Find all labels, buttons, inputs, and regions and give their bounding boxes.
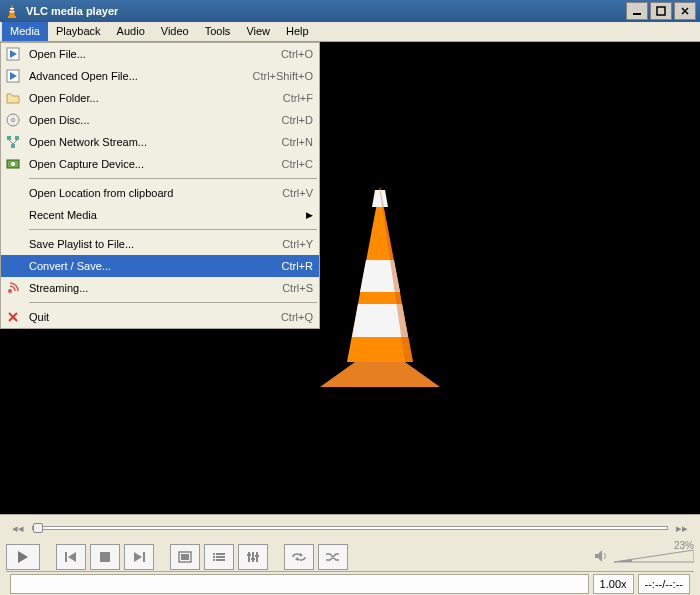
- menu-item-streaming[interactable]: Streaming...Ctrl+S: [1, 277, 319, 299]
- menu-item-label: Save Playlist to File...: [29, 238, 243, 250]
- menu-audio[interactable]: Audio: [109, 22, 153, 41]
- menu-item-label: Advanced Open File...: [29, 70, 243, 82]
- menu-item-label: Recent Media: [29, 209, 232, 221]
- menu-tools[interactable]: Tools: [197, 22, 239, 41]
- volume-slider[interactable]: 23%: [614, 550, 694, 564]
- svg-rect-39: [216, 553, 225, 555]
- capture-icon: [5, 156, 21, 172]
- svg-rect-49: [255, 555, 259, 557]
- svg-rect-41: [216, 556, 225, 558]
- blank-icon: [5, 258, 21, 274]
- menu-help[interactable]: Help: [278, 22, 317, 41]
- video-area: Open File...Ctrl+OAdvanced Open File...C…: [0, 42, 700, 514]
- svg-marker-50: [300, 553, 303, 557]
- svg-rect-45: [252, 552, 254, 562]
- svg-point-27: [8, 289, 12, 293]
- svg-rect-20: [7, 136, 11, 140]
- seek-thumb[interactable]: [33, 523, 43, 533]
- menu-item-save-playlist-to-file[interactable]: Save Playlist to File...Ctrl+Y: [1, 233, 319, 255]
- volume-percent-label: 23%: [674, 540, 694, 551]
- menu-separator: [29, 178, 317, 179]
- menu-item-open-network-stream[interactable]: Open Network Stream...Ctrl+N: [1, 131, 319, 153]
- next-button[interactable]: [124, 544, 154, 570]
- menu-item-shortcut: Ctrl+S: [243, 282, 313, 294]
- quit-icon: [5, 309, 21, 325]
- folder-icon: [5, 90, 21, 106]
- menu-item-shortcut: Ctrl+N: [243, 136, 313, 148]
- svg-rect-48: [251, 558, 255, 560]
- svg-marker-34: [134, 552, 142, 562]
- svg-marker-52: [595, 550, 602, 562]
- previous-button[interactable]: [56, 544, 86, 570]
- app-icon: [4, 3, 20, 19]
- menu-item-shortcut: Ctrl+F: [243, 92, 313, 104]
- blank-icon: [5, 236, 21, 252]
- svg-marker-51: [295, 557, 298, 561]
- svg-rect-33: [100, 552, 110, 562]
- seek-slider[interactable]: [32, 526, 668, 530]
- play-file-icon: [5, 46, 21, 62]
- blank-icon: [5, 207, 21, 223]
- menu-separator: [29, 229, 317, 230]
- skip-back-icon[interactable]: ◂◂: [8, 520, 28, 536]
- svg-rect-3: [10, 11, 15, 13]
- menu-item-label: Convert / Save...: [29, 260, 243, 272]
- menu-item-label: Open File...: [29, 48, 243, 60]
- menu-item-open-file[interactable]: Open File...Ctrl+O: [1, 43, 319, 65]
- menu-item-label: Open Folder...: [29, 92, 243, 104]
- menu-item-shortcut: Ctrl+D: [243, 114, 313, 126]
- menu-item-recent-media[interactable]: Recent Media▶: [1, 204, 319, 226]
- menu-item-label: Open Network Stream...: [29, 136, 243, 148]
- speaker-icon[interactable]: [594, 549, 610, 565]
- svg-rect-35: [143, 552, 145, 562]
- minimize-button[interactable]: [626, 2, 648, 20]
- menu-view[interactable]: View: [238, 22, 278, 41]
- svg-marker-0: [9, 4, 15, 16]
- menu-item-open-disc[interactable]: Open Disc...Ctrl+D: [1, 109, 319, 131]
- loop-button[interactable]: [284, 544, 314, 570]
- menu-separator: [29, 302, 317, 303]
- svg-rect-1: [8, 16, 16, 18]
- menu-item-label: Open Capture Device...: [29, 158, 243, 170]
- menu-item-label: Open Location from clipboard: [29, 187, 243, 199]
- svg-rect-44: [248, 552, 250, 562]
- menu-playback[interactable]: Playback: [48, 22, 109, 41]
- menu-item-shortcut: Ctrl+Y: [243, 238, 313, 250]
- time-indicator[interactable]: --:--/--:--: [638, 574, 690, 594]
- menu-item-open-location-from-clipboard[interactable]: Open Location from clipboardCtrl+V: [1, 182, 319, 204]
- svg-rect-22: [11, 144, 15, 148]
- menu-item-advanced-open-file[interactable]: Advanced Open File...Ctrl+Shift+O: [1, 65, 319, 87]
- svg-point-19: [12, 119, 15, 122]
- skip-fwd-icon[interactable]: ▸▸: [672, 520, 692, 536]
- maximize-button[interactable]: [650, 2, 672, 20]
- menu-item-shortcut: Ctrl+O: [243, 48, 313, 60]
- svg-rect-40: [213, 556, 215, 558]
- menu-video[interactable]: Video: [153, 22, 197, 41]
- menu-item-convert-save[interactable]: Convert / Save...Ctrl+R: [1, 255, 319, 277]
- menu-item-open-capture-device[interactable]: Open Capture Device...Ctrl+C: [1, 153, 319, 175]
- speed-indicator[interactable]: 1.00x: [593, 574, 634, 594]
- menu-item-shortcut: Ctrl+Q: [243, 311, 313, 323]
- svg-rect-37: [181, 554, 189, 560]
- svg-marker-12: [372, 190, 388, 207]
- svg-rect-4: [633, 13, 641, 15]
- play-button[interactable]: [6, 544, 40, 570]
- stop-button[interactable]: [90, 544, 120, 570]
- menu-media[interactable]: Media: [2, 22, 48, 41]
- settings-button[interactable]: [238, 544, 268, 570]
- close-button[interactable]: [674, 2, 696, 20]
- shuffle-button[interactable]: [318, 544, 348, 570]
- playlist-button[interactable]: [204, 544, 234, 570]
- fullscreen-button[interactable]: [170, 544, 200, 570]
- menu-item-label: Quit: [29, 311, 243, 323]
- menu-item-open-folder[interactable]: Open Folder...Ctrl+F: [1, 87, 319, 109]
- disc-icon: [5, 112, 21, 128]
- play-file-icon: [5, 68, 21, 84]
- stream-icon: [5, 280, 21, 296]
- menu-item-shortcut: Ctrl+R: [243, 260, 313, 272]
- svg-rect-21: [15, 136, 19, 140]
- seek-row: ◂◂ ▸▸: [6, 519, 694, 537]
- volume-control: 23%: [594, 549, 694, 565]
- menu-item-quit[interactable]: QuitCtrl+Q: [1, 306, 319, 328]
- media-menu-dropdown: Open File...Ctrl+OAdvanced Open File...C…: [0, 42, 320, 329]
